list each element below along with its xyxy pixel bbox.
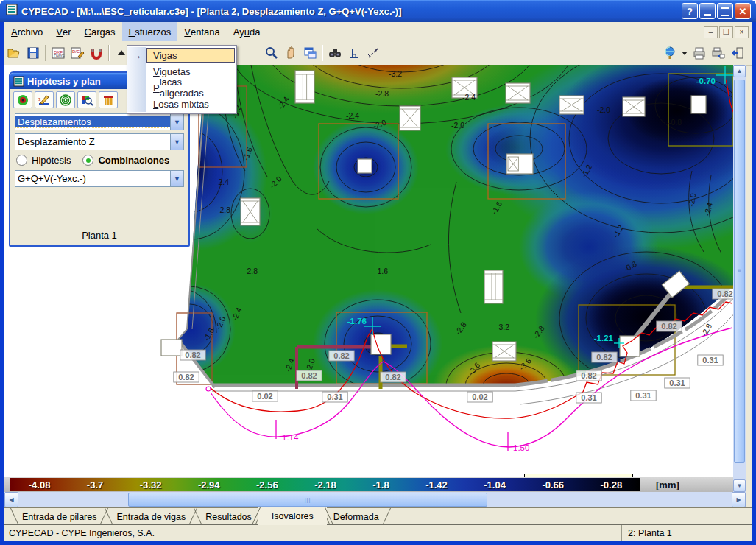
colorbar-tick: -1.04 [484, 479, 506, 490]
vertical-scroll-thumb[interactable]: ≡ [734, 80, 745, 463]
columns-icon[interactable] [99, 91, 118, 108]
category-combo[interactable]: Desplazamientos ▼ [15, 113, 184, 130]
beam-value-label: 0.31 [327, 393, 342, 401]
menu-ayuda[interactable]: Ayuda [227, 22, 267, 41]
point-value-label: -0.70 [696, 77, 716, 85]
beam-value-label: 0.31 [635, 391, 651, 400]
menu-arrow-icon: → [127, 47, 146, 63]
view-options-icon[interactable] [77, 91, 96, 108]
isovalues-icon[interactable] [13, 91, 32, 108]
exit-button[interactable] [728, 43, 747, 63]
print-capture-button[interactable] [709, 43, 728, 63]
hipotesis-radio[interactable] [16, 155, 27, 166]
zoom-button[interactable] [262, 43, 281, 63]
combinaciones-radio-label[interactable]: Combinaciones [98, 155, 169, 166]
toolbar-separator [108, 45, 110, 61]
colorbar-tick: -2.94 [198, 479, 220, 490]
vertical-scrollbar[interactable]: ▲ ≡ ▼ [733, 65, 746, 492]
beam-value-label: 0.82 [717, 289, 732, 298]
scroll-left-arrow[interactable]: ◀ [4, 492, 18, 507]
toolbar-separator [45, 45, 46, 61]
scroll-right-arrow[interactable]: ▶ [732, 492, 746, 507]
scroll-up-arrow[interactable]: ▲ [733, 65, 746, 77]
horizontal-scrollbar[interactable]: ◀ ||| ▶ [4, 492, 746, 507]
contour-label: -2.4 [346, 111, 359, 120]
search-binoculars-button[interactable] [325, 43, 345, 63]
tab-entrada-de-pilares[interactable]: Entrada de pilares [9, 508, 110, 525]
menu-ver[interactable]: Ver [49, 22, 77, 41]
mdi-close-button[interactable]: × [735, 26, 749, 38]
beam-value-label: 0.82 [661, 322, 676, 331]
column-symbol [691, 96, 706, 113]
rings-icon[interactable] [56, 91, 75, 108]
maximize-button[interactable] [717, 3, 733, 19]
minimize-button[interactable] [699, 3, 716, 19]
menu-item-losas-mixtas[interactable]: Losas mixtas [127, 96, 235, 112]
close-button[interactable]: ✕ [735, 3, 751, 19]
hipotesis-radio-label[interactable]: Hipótesis [32, 155, 71, 166]
measure-button[interactable] [364, 43, 383, 63]
beam-value-label: 0.31 [581, 393, 596, 402]
orthogonal-button[interactable] [345, 43, 364, 63]
reference-globe-button[interactable] [660, 43, 679, 63]
toolbar: DXFDWG D/E [4, 41, 752, 66]
mdi-restore-button[interactable]: ❐ [719, 26, 733, 38]
beam-value-label: 0.82 [596, 353, 612, 362]
combination-combo[interactable]: G+Q+V(-Yexc.-) ▼ [15, 170, 184, 187]
globe-dropdown-arrow[interactable] [679, 43, 690, 63]
menu-items: ArchivoVerCargasEsfuerzosVentanaAyuda [4, 22, 266, 41]
status-text: CYPECAD - CYPE Ingenieros, S.A. [4, 528, 621, 538]
edit-beams-icon[interactable]: 3 [35, 91, 54, 108]
export-dxf-button[interactable]: DXFDWG [49, 43, 68, 63]
pan-hand-button[interactable] [281, 43, 300, 63]
menu-archivo[interactable]: Archivo [4, 22, 49, 41]
tab-entrada-de-vigas[interactable]: Entrada de vigas [103, 508, 199, 525]
object-snap-magnet-button[interactable] [87, 43, 106, 63]
mdi-window-buttons: – ❐ × [704, 22, 752, 41]
colorbar-tick: -0.66 [542, 479, 564, 490]
horizontal-scroll-thumb[interactable]: ||| [128, 493, 487, 507]
menu-cargas[interactable]: Cargas [78, 22, 122, 41]
save-button[interactable] [24, 43, 43, 63]
beam-value-label: 0.02 [472, 393, 487, 401]
colorbar-tick: -0.28 [601, 479, 623, 490]
edit-dxf-dwg-button[interactable]: D/E [68, 43, 87, 63]
application-window: CYPECAD - [M:\...\ESC_reticular.c3e] - [… [0, 0, 756, 545]
colorbar-tick: -4.08 [29, 479, 51, 490]
contour-label: -3.2 [389, 69, 402, 78]
combinaciones-radio[interactable] [82, 155, 93, 166]
contour-label: -2.8 [244, 267, 258, 275]
point-value-label: -1.21 [594, 334, 614, 342]
print-button[interactable] [690, 43, 709, 63]
mdi-minimize-button[interactable]: – [704, 26, 718, 38]
contour-label: -2.8 [375, 89, 389, 98]
tab-isovalores[interactable]: Isovalores [258, 507, 327, 525]
chevron-down-icon[interactable]: ▼ [170, 114, 183, 130]
scroll-down-arrow[interactable]: ▼ [733, 479, 746, 492]
beam-value-label: 0.82 [185, 351, 200, 359]
menu-item-vigas[interactable]: →Vigas [127, 47, 235, 63]
menu-gutter [127, 80, 146, 96]
column-symbol [161, 340, 182, 356]
title-bar: CYPECAD - [M:\...\ESC_reticular.c3e] - [… [0, 0, 756, 22]
chevron-down-icon[interactable]: ▼ [170, 171, 183, 186]
beam-value-label: 0.82 [333, 351, 349, 360]
colorbar-tick: -1.42 [425, 479, 448, 490]
moment-value-label: 1.50 [513, 443, 529, 452]
menu-item-placas-aligeradas[interactable]: Placas aligeradas [127, 80, 235, 96]
colorbar-tick: -2.56 [256, 479, 278, 490]
open-file-button[interactable] [4, 43, 24, 63]
copy-window-button[interactable] [300, 43, 319, 63]
beam-value-label: 0.31 [669, 379, 685, 387]
help-button[interactable]: ? [682, 3, 698, 19]
column-symbol [559, 96, 584, 114]
contour-label: -2.0 [451, 121, 464, 130]
magnitude-combo[interactable]: Desplazamiento Z ▼ [15, 133, 184, 150]
menu-ventana[interactable]: Ventana [177, 22, 226, 41]
point-value-label: -1.76 [347, 317, 367, 326]
menu-esfuerzos[interactable]: Esfuerzos [122, 22, 178, 41]
column-symbol [241, 198, 260, 225]
chevron-down-icon[interactable]: ▼ [170, 134, 183, 150]
status-bar: CYPECAD - CYPE Ingenieros, S.A. 2: Plant… [4, 524, 752, 541]
beam-value-label: 0.82 [385, 373, 400, 382]
